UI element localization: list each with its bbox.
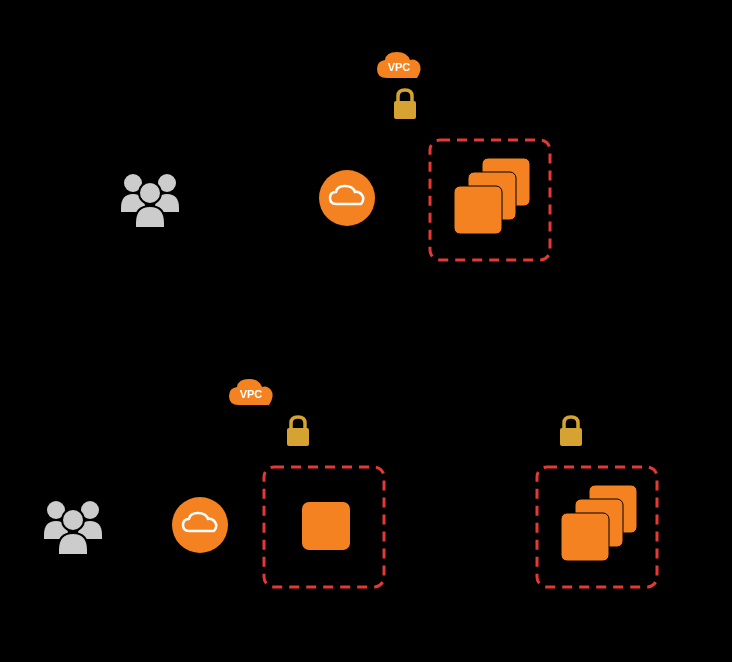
svg-rect-8: [454, 186, 502, 234]
instance-single-icon-lower: [298, 498, 354, 554]
svg-rect-15: [302, 502, 350, 550]
instances-stack-icon-lower: [557, 481, 643, 567]
svg-rect-4: [394, 101, 416, 119]
lock-icon-lower-right: [556, 414, 586, 448]
vpc-label-upper: VPC: [388, 61, 411, 73]
vpc-label-lower: VPC: [240, 388, 263, 400]
svg-rect-13: [287, 428, 309, 446]
vpc-cloud-icon-upper: VPC: [373, 48, 425, 84]
svg-rect-20: [561, 513, 609, 561]
users-icon-upper: [115, 168, 185, 228]
svg-point-3: [319, 170, 375, 226]
svg-rect-16: [560, 428, 582, 446]
users-icon-lower: [38, 495, 108, 555]
cloud-circle-icon-upper: [317, 168, 377, 228]
lock-icon-lower-left: [283, 414, 313, 448]
lock-icon-upper: [390, 87, 420, 121]
svg-point-2: [139, 182, 161, 204]
instances-stack-icon-upper: [450, 154, 536, 240]
svg-point-11: [62, 509, 84, 531]
cloud-circle-icon-lower: [170, 495, 230, 555]
svg-point-12: [172, 497, 228, 553]
vpc-cloud-icon-lower: VPC: [225, 375, 277, 411]
